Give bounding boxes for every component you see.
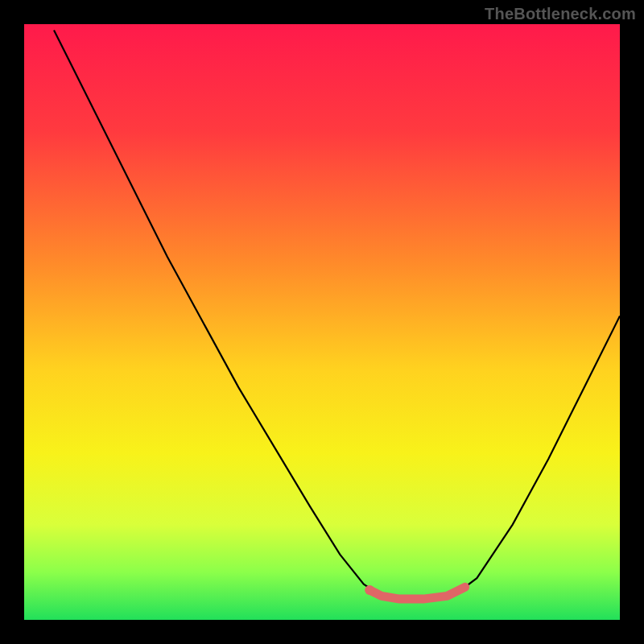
chart-svg	[0, 0, 644, 644]
watermark-text: TheBottleneck.com	[485, 5, 636, 23]
bottleneck-chart	[0, 0, 644, 644]
optimal-point-marker	[365, 585, 374, 595]
gradient-background	[24, 24, 620, 620]
